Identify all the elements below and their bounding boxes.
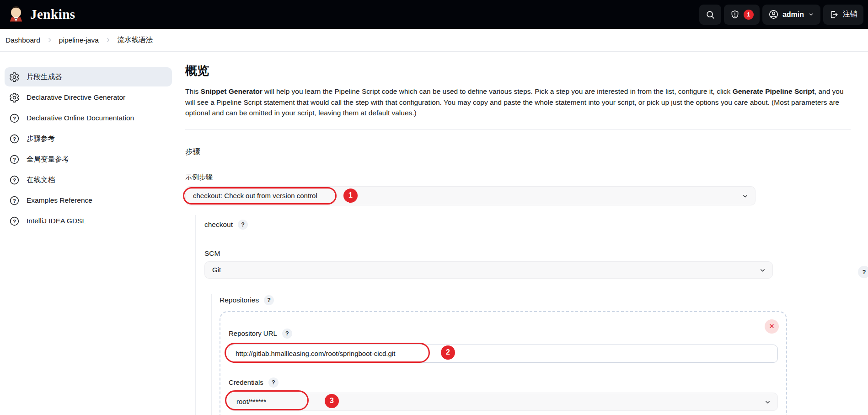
help-icon[interactable]: ? xyxy=(268,377,279,388)
main-content: 概览 This Snippet Generator will help you … xyxy=(178,52,868,415)
brand-title: Jenkins xyxy=(30,7,75,22)
scm-label: SCM xyxy=(204,249,851,258)
sidebar-item-declarative-online-documentation[interactable]: ? Declarative Online Documentation xyxy=(5,108,172,128)
top-header: Jenkins 1 xyxy=(0,0,868,29)
gear-icon xyxy=(9,92,20,103)
repositories-label-row: Repositories ? xyxy=(220,295,851,305)
logout-icon xyxy=(829,10,839,20)
header-actions: 1 admin xyxy=(699,5,863,25)
chevron-down-icon xyxy=(764,399,771,407)
close-icon: ✕ xyxy=(769,322,775,330)
sidebar-item-online-documentation[interactable]: ? 在线文档 xyxy=(5,170,172,189)
sidebar-item-label: Declarative Online Documentation xyxy=(27,114,134,122)
page-body: 片段生成器 Declarative Directive Generator ? … xyxy=(0,52,868,415)
intro-text: This xyxy=(185,87,201,95)
credentials-field: root/****** 3 xyxy=(229,393,778,411)
credentials-value: root/****** xyxy=(236,398,266,405)
breadcrumb-pipeline-syntax[interactable]: 流水线语法 xyxy=(118,35,153,45)
sidebar-item-global-variable-reference[interactable]: ? 全局变量参考 xyxy=(5,150,172,169)
credentials-label: Credentials xyxy=(229,378,263,386)
sidebar-item-snippet-generator[interactable]: 片段生成器 xyxy=(5,67,172,86)
svg-text:?: ? xyxy=(13,156,16,162)
question-circle-icon: ? xyxy=(9,134,20,144)
svg-text:?: ? xyxy=(13,177,16,183)
warning-count-badge: 1 xyxy=(744,10,754,20)
credentials-select[interactable]: root/****** xyxy=(229,393,778,411)
help-icon[interactable]: ? xyxy=(282,329,292,339)
chevron-right-icon xyxy=(47,37,53,43)
svg-text:?: ? xyxy=(13,136,16,141)
checkout-label: checkout xyxy=(204,221,233,229)
sidebar-item-intellij-idea-gdsl[interactable]: ? IntelliJ IDEA GDSL xyxy=(5,211,172,231)
scm-select[interactable]: Git xyxy=(204,261,773,279)
intro-bold-generate-pipeline-script: Generate Pipeline Script xyxy=(733,87,814,95)
sidebar-item-label: 全局变量参考 xyxy=(27,155,69,164)
sample-step-label: 示例步骤 xyxy=(185,173,851,182)
sidebar-item-label: 在线文档 xyxy=(27,175,55,185)
page-title: 概览 xyxy=(185,63,851,79)
intro-paragraph: This Snippet Generator will help you lea… xyxy=(185,86,851,119)
chevron-right-icon xyxy=(105,37,111,43)
section-divider xyxy=(185,129,851,130)
chevron-down-icon xyxy=(742,193,749,201)
question-circle-icon: ? xyxy=(9,113,20,124)
chevron-down-icon xyxy=(808,11,814,18)
help-icon[interactable]: ? xyxy=(264,295,274,305)
help-icon[interactable]: ? xyxy=(858,266,868,278)
svg-text:?: ? xyxy=(13,115,16,121)
question-circle-icon: ? xyxy=(9,195,20,206)
repository-card: ✕ Repository URL ? 2 Credentials ? xyxy=(220,311,787,415)
search-button[interactable] xyxy=(699,5,721,25)
sidebar-item-declarative-directive-generator[interactable]: Declarative Directive Generator xyxy=(5,88,172,107)
user-avatar-icon xyxy=(768,9,779,20)
logout-label: 注销 xyxy=(843,10,857,19)
gear-icon xyxy=(9,72,20,82)
scm-value: Git xyxy=(212,266,221,274)
repositories-label: Repositories xyxy=(220,296,259,304)
credentials-label-row: Credentials ? xyxy=(229,377,777,388)
chevron-down-icon xyxy=(759,267,766,275)
checkout-block: checkout ? SCM Git Repositories ? ✕ xyxy=(195,215,851,415)
repository-url-label: Repository URL xyxy=(229,329,277,337)
repository-url-field: 2 xyxy=(229,345,778,363)
user-name-label: admin xyxy=(782,11,804,19)
jenkins-home-link[interactable]: Jenkins xyxy=(7,5,75,24)
sample-step-value: checkout: Check out from version control xyxy=(193,192,317,199)
security-warnings-button[interactable]: 1 xyxy=(724,5,760,25)
shield-warning-icon xyxy=(730,10,740,20)
sidebar-item-label: Declarative Directive Generator xyxy=(27,93,125,102)
breadcrumb-dashboard[interactable]: Dashboard xyxy=(5,36,40,44)
help-icon[interactable]: ? xyxy=(238,220,248,230)
breadcrumb: Dashboard pipeline-java 流水线语法 xyxy=(0,29,868,52)
sidebar-item-step-reference[interactable]: ? 步骤参考 xyxy=(5,129,172,148)
checkout-label-row: checkout ? xyxy=(204,220,851,230)
sidebar-item-label: IntelliJ IDEA GDSL xyxy=(27,217,86,225)
question-circle-icon: ? xyxy=(9,175,20,185)
sidebar-item-label: 步骤参考 xyxy=(27,134,55,144)
sidebar-item-label: 片段生成器 xyxy=(27,72,62,82)
sample-step-field: checkout: Check out from version control… xyxy=(185,186,755,205)
repository-url-label-row: Repository URL ? xyxy=(229,329,777,339)
sidebar: 片段生成器 Declarative Directive Generator ? … xyxy=(0,52,178,415)
intro-text: will help you learn the Pipeline Script … xyxy=(263,87,733,95)
repository-url-input[interactable] xyxy=(229,345,778,363)
steps-heading: 步骤 xyxy=(185,147,851,157)
sample-step-select[interactable]: checkout: Check out from version control xyxy=(185,186,755,205)
question-circle-icon: ? xyxy=(9,154,20,165)
user-menu-button[interactable]: admin xyxy=(762,5,820,25)
search-icon xyxy=(705,10,715,20)
svg-text:?: ? xyxy=(13,218,16,224)
svg-text:?: ? xyxy=(13,198,16,203)
question-circle-icon: ? xyxy=(9,216,20,226)
repositories-block: Repositories ? ✕ Repository URL ? 2 xyxy=(211,294,851,415)
sidebar-item-label: Examples Reference xyxy=(27,196,92,205)
breadcrumb-pipeline-java[interactable]: pipeline-java xyxy=(59,36,99,44)
sidebar-item-examples-reference[interactable]: ? Examples Reference xyxy=(5,191,172,210)
logout-button[interactable]: 注销 xyxy=(823,5,863,25)
jenkins-butler-logo-icon xyxy=(7,5,25,24)
intro-bold-snippet-generator: Snippet Generator xyxy=(201,87,263,95)
delete-repository-button[interactable]: ✕ xyxy=(765,319,779,334)
